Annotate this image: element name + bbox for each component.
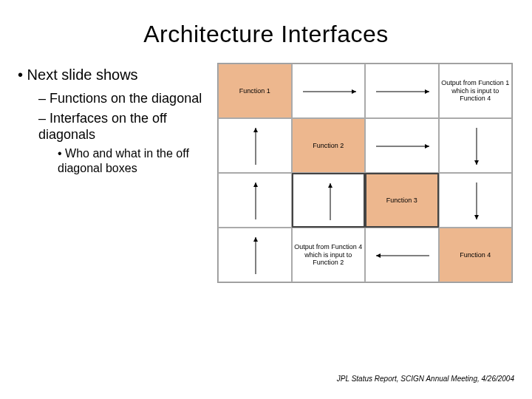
arrow-up-icon — [293, 174, 364, 226]
svg-marker-15 — [474, 215, 479, 219]
matrix-cell — [292, 173, 366, 228]
slide-title: Architecture Interfaces — [0, 0, 532, 61]
matrix-cell — [365, 118, 439, 173]
matrix-cell-f2: Function 2 — [292, 118, 366, 173]
bullet-level2: Interfaces on the off diagonals — [38, 110, 217, 143]
bullet-level3: Who and what in the off diagonal boxes — [58, 146, 217, 176]
matrix-cell-out14: Output from Function 1 which is input to… — [439, 64, 513, 118]
matrix-cell — [365, 64, 439, 118]
matrix-cell — [439, 173, 513, 228]
matrix-cell — [439, 118, 513, 173]
matrix-cell — [218, 173, 292, 228]
content-row: Next slide shows Functions on the diagon… — [0, 61, 532, 283]
matrix-cell — [365, 228, 439, 282]
matrix-cell — [218, 118, 292, 173]
arrow-up-icon — [219, 119, 291, 172]
svg-marker-13 — [328, 183, 332, 188]
svg-marker-17 — [253, 237, 258, 242]
matrix-cell — [218, 228, 292, 282]
interface-matrix: Function 1 Output from Function 1 which … — [217, 63, 513, 283]
bullet-list: Next slide shows Functions on the diagon… — [18, 61, 217, 283]
svg-marker-3 — [425, 89, 429, 94]
arrow-right-icon — [366, 119, 438, 172]
arrow-down-icon — [440, 174, 512, 227]
bullet-level2: Functions on the diagonal — [38, 90, 217, 107]
arrow-left-icon — [366, 228, 438, 282]
arrow-right-icon — [366, 64, 438, 117]
svg-marker-11 — [253, 183, 258, 187]
svg-marker-19 — [376, 253, 381, 258]
matrix-cell-out42: Output from Function 4 which is input to… — [292, 228, 366, 282]
matrix-cell-f3: Function 3 — [365, 173, 439, 228]
bullet-level1: Next slide shows — [18, 66, 217, 84]
matrix-cell — [292, 64, 366, 118]
svg-marker-5 — [253, 128, 258, 132]
svg-marker-9 — [474, 160, 479, 165]
matrix-cell-f1: Function 1 — [218, 64, 292, 118]
arrow-right-icon — [293, 64, 365, 117]
matrix-cell-f4: Function 4 — [439, 228, 513, 282]
svg-marker-1 — [352, 89, 356, 94]
slide-footer: JPL Status Report, SCIGN Annual Meeting,… — [337, 375, 514, 383]
arrow-down-icon — [440, 119, 512, 172]
svg-marker-7 — [425, 144, 429, 149]
arrow-up-icon — [219, 228, 291, 282]
arrow-up-icon — [219, 174, 291, 227]
